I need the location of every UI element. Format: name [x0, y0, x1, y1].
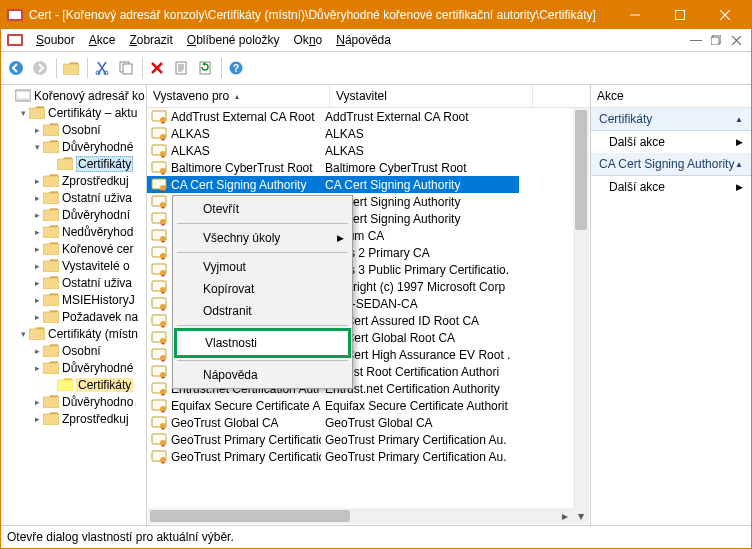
tree-item[interactable]: ▸Osobní — [1, 342, 146, 359]
tree-toggle-icon[interactable]: ▸ — [31, 227, 43, 237]
actions-header: Akce — [591, 85, 751, 108]
tree-item[interactable]: ▸Důvěryhodné — [1, 359, 146, 376]
tree-item[interactable]: ▸Zprostředkuj — [1, 172, 146, 189]
copy-button[interactable] — [115, 57, 137, 79]
menu-favorites[interactable]: Oblíbené položky — [180, 32, 287, 48]
folder-icon — [43, 225, 59, 238]
tree-toggle-icon[interactable]: ▸ — [31, 278, 43, 288]
tree-item[interactable]: ▸Ostatní uživa — [1, 274, 146, 291]
tree-item[interactable]: ▸Ostatní uživa — [1, 189, 146, 206]
context-menu-item[interactable]: Otevřít — [175, 198, 350, 220]
table-row[interactable]: AddTrust External CA RootAddTrust Extern… — [147, 108, 590, 125]
properties-button[interactable] — [170, 57, 192, 79]
certificate-icon — [151, 348, 167, 362]
folder-icon — [43, 276, 59, 289]
menu-window[interactable]: Okno — [287, 32, 330, 48]
tree-item[interactable]: ▾Certifikáty – aktu — [1, 104, 146, 121]
cell-issued-to: CA Cert Signing Authority — [171, 178, 306, 192]
tree-item[interactable]: ▸Vystavitelé o — [1, 257, 146, 274]
tree-toggle-icon[interactable]: ▸ — [31, 363, 43, 373]
actions-section-certificates[interactable]: Certifikáty ▲ — [591, 108, 751, 131]
tree-item[interactable]: Certifikáty — [1, 376, 146, 393]
cut-button[interactable] — [91, 57, 113, 79]
console-menu-icon — [7, 32, 23, 48]
mdi-minimize-button[interactable]: — — [687, 31, 705, 49]
tree-item[interactable]: ▸Kořenové cer — [1, 240, 146, 257]
menu-help[interactable]: Nápověda — [329, 32, 398, 48]
tree-item[interactable]: ▸Osobní — [1, 121, 146, 138]
certificate-icon — [151, 127, 167, 141]
window-minimize-button[interactable] — [612, 1, 657, 29]
context-menu-item[interactable]: Všechny úkoly▶ — [175, 227, 350, 249]
context-menu-item[interactable]: Kopírovat — [175, 278, 350, 300]
table-row[interactable]: GeoTrust Global CAGeoTrust Global CA — [147, 414, 590, 431]
column-issued-to[interactable]: Vystaveno pro▴ — [147, 85, 330, 107]
tree-pane[interactable]: Kořenový adresář ko ▾Certifikáty – aktu▸… — [1, 85, 147, 525]
window-close-button[interactable] — [702, 1, 747, 29]
tree-item[interactable]: ▸Zprostředkuj — [1, 410, 146, 427]
tree-item-label: Kořenové cer — [62, 242, 133, 256]
folder-icon — [43, 412, 59, 425]
scroll-down-button[interactable]: ▾ — [573, 508, 589, 524]
menu-action[interactable]: Akce — [82, 32, 123, 48]
context-menu-item[interactable]: Nápověda — [175, 364, 350, 386]
table-row[interactable]: GeoTrust Primary Certification ...GeoTru… — [147, 448, 590, 465]
tree-toggle-icon[interactable]: ▾ — [17, 108, 29, 118]
tree-toggle-icon[interactable]: ▸ — [31, 176, 43, 186]
tree-toggle-icon[interactable]: ▸ — [31, 414, 43, 424]
scrollbar-thumb[interactable] — [575, 110, 587, 230]
vertical-scrollbar[interactable]: ▾ — [573, 108, 589, 524]
tree-item-label: MSIEHistoryJ — [62, 293, 135, 307]
help-button[interactable]: ? — [225, 57, 247, 79]
tree-root-label: Kořenový adresář ko — [34, 89, 145, 103]
forward-button[interactable] — [29, 57, 51, 79]
refresh-button[interactable] — [194, 57, 216, 79]
back-button[interactable] — [5, 57, 27, 79]
tree-toggle-icon[interactable]: ▸ — [31, 193, 43, 203]
table-row[interactable]: GeoTrust Primary Certification ...GeoTru… — [147, 431, 590, 448]
tree-item[interactable]: ▾Certifikáty (místn — [1, 325, 146, 342]
tree-toggle-icon[interactable]: ▸ — [31, 397, 43, 407]
window-maximize-button[interactable] — [657, 1, 702, 29]
tree-item[interactable]: ▸MSIEHistoryJ — [1, 291, 146, 308]
table-row[interactable]: ALKASALKAS — [147, 142, 590, 159]
tree-toggle-icon[interactable]: ▾ — [31, 142, 43, 152]
table-row[interactable]: Equifax Secure Certificate Auth...Equifa… — [147, 397, 590, 414]
column-issuer[interactable]: Vystavitel — [330, 85, 533, 107]
tree-item[interactable]: ▸Nedůvěryhod — [1, 223, 146, 240]
tree-item[interactable]: ▸Důvěryhodno — [1, 393, 146, 410]
actions-section-selected-cert[interactable]: CA Cert Signing Authority ▲ — [591, 153, 751, 176]
menu-view[interactable]: Zobrazit — [122, 32, 179, 48]
actions-more-1[interactable]: Další akce ▶ — [591, 131, 751, 153]
tree-toggle-icon[interactable]: ▸ — [31, 346, 43, 356]
tree-item[interactable]: ▾Důvěryhodné — [1, 138, 146, 155]
up-one-level-button[interactable] — [60, 57, 82, 79]
tree-toggle-icon[interactable]: ▸ — [31, 210, 43, 220]
actions-more-2[interactable]: Další akce ▶ — [591, 176, 751, 198]
folder-icon — [29, 327, 45, 340]
context-menu-item[interactable]: Vyjmout — [175, 256, 350, 278]
tree-item[interactable]: ▸Důvěryhodní — [1, 206, 146, 223]
tree-toggle-icon[interactable]: ▸ — [31, 312, 43, 322]
tree-toggle-icon[interactable]: ▸ — [31, 261, 43, 271]
scroll-right-button[interactable]: ▸ — [557, 508, 573, 524]
menu-file[interactable]: Soubor — [29, 32, 82, 48]
tree-root-item[interactable]: Kořenový adresář ko — [1, 87, 146, 104]
mdi-close-button[interactable] — [727, 31, 745, 49]
tree-toggle-icon[interactable]: ▸ — [31, 295, 43, 305]
tree-toggle-icon[interactable]: ▾ — [17, 329, 29, 339]
context-menu-item[interactable]: Odstranit — [175, 300, 350, 322]
table-row[interactable]: ALKASALKAS — [147, 125, 590, 142]
tree-item[interactable]: ▸Požadavek na — [1, 308, 146, 325]
mdi-restore-button[interactable] — [707, 31, 725, 49]
tree-item[interactable]: Certifikáty — [1, 155, 146, 172]
certificate-icon — [151, 263, 167, 277]
delete-button[interactable] — [146, 57, 168, 79]
horizontal-scrollbar[interactable]: ▸ — [148, 508, 573, 524]
tree-toggle-icon[interactable]: ▸ — [31, 244, 43, 254]
context-menu-item[interactable]: Vlastnosti — [174, 328, 351, 358]
scrollbar-thumb[interactable] — [150, 510, 350, 522]
table-row[interactable]: Baltimore CyberTrust RootBaltimore Cyber… — [147, 159, 590, 176]
tree-toggle-icon[interactable]: ▸ — [31, 125, 43, 135]
table-row[interactable]: CA Cert Signing AuthorityCA Cert Signing… — [147, 176, 590, 193]
